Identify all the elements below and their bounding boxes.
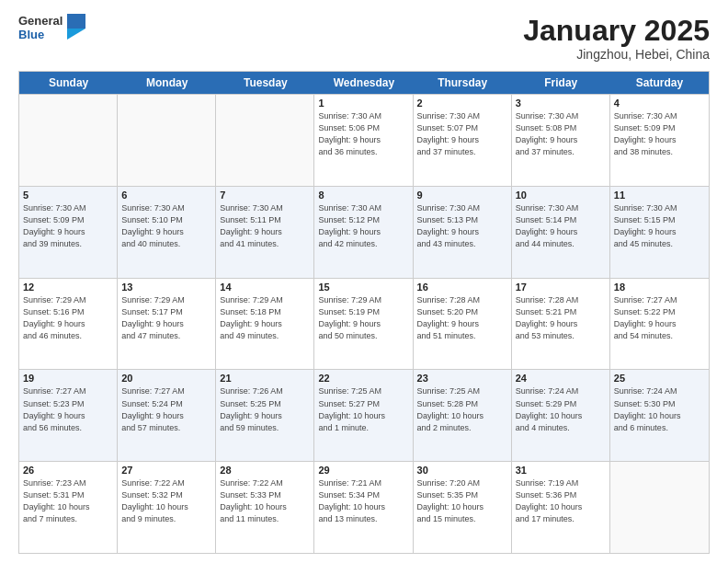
day-number: 11 xyxy=(614,190,705,201)
day-number: 13 xyxy=(121,282,211,293)
day-info: Sunrise: 7:27 AM Sunset: 5:23 PM Dayligh… xyxy=(23,385,113,433)
header-sunday: Sunday xyxy=(19,72,118,94)
day-info: Sunrise: 7:20 AM Sunset: 5:35 PM Dayligh… xyxy=(417,477,507,525)
day-info: Sunrise: 7:26 AM Sunset: 5:25 PM Dayligh… xyxy=(220,385,310,433)
cal-cell-2-3: 15Sunrise: 7:29 AM Sunset: 5:19 PM Dayli… xyxy=(314,279,413,370)
cal-cell-3-4: 23Sunrise: 7:25 AM Sunset: 5:28 PM Dayli… xyxy=(414,370,512,461)
cal-cell-0-5: 3Sunrise: 7:30 AM Sunset: 5:08 PM Daylig… xyxy=(512,95,610,186)
day-info: Sunrise: 7:30 AM Sunset: 5:14 PM Dayligh… xyxy=(516,202,606,250)
cal-cell-3-2: 21Sunrise: 7:26 AM Sunset: 5:25 PM Dayli… xyxy=(216,370,314,461)
cal-cell-1-6: 11Sunrise: 7:30 AM Sunset: 5:15 PM Dayli… xyxy=(610,187,709,278)
cal-cell-4-2: 28Sunrise: 7:22 AM Sunset: 5:33 PM Dayli… xyxy=(216,462,314,553)
day-info: Sunrise: 7:25 AM Sunset: 5:28 PM Dayligh… xyxy=(417,385,507,433)
day-info: Sunrise: 7:29 AM Sunset: 5:18 PM Dayligh… xyxy=(220,294,310,342)
day-number: 18 xyxy=(614,282,705,293)
logo-flag-icon xyxy=(65,14,85,40)
day-number: 23 xyxy=(417,373,507,384)
day-number: 4 xyxy=(614,98,705,109)
day-info: Sunrise: 7:30 AM Sunset: 5:08 PM Dayligh… xyxy=(516,110,606,158)
day-number: 21 xyxy=(220,373,310,384)
day-number: 29 xyxy=(318,465,408,476)
day-number: 20 xyxy=(121,373,211,384)
day-info: Sunrise: 7:29 AM Sunset: 5:16 PM Dayligh… xyxy=(23,294,113,342)
day-number: 27 xyxy=(121,465,211,476)
cal-cell-2-5: 17Sunrise: 7:28 AM Sunset: 5:21 PM Dayli… xyxy=(512,279,610,370)
cal-cell-4-3: 29Sunrise: 7:21 AM Sunset: 5:34 PM Dayli… xyxy=(314,462,413,553)
logo-blue: Blue xyxy=(18,29,63,42)
calendar-row-5: 26Sunrise: 7:23 AM Sunset: 5:31 PM Dayli… xyxy=(19,461,709,553)
day-info: Sunrise: 7:29 AM Sunset: 5:19 PM Dayligh… xyxy=(318,294,408,342)
day-number: 24 xyxy=(516,373,606,384)
calendar-row-2: 5Sunrise: 7:30 AM Sunset: 5:09 PM Daylig… xyxy=(19,186,709,278)
day-info: Sunrise: 7:22 AM Sunset: 5:32 PM Dayligh… xyxy=(121,477,211,525)
day-number: 17 xyxy=(516,282,606,293)
day-number: 9 xyxy=(417,190,507,201)
cal-cell-3-3: 22Sunrise: 7:25 AM Sunset: 5:27 PM Dayli… xyxy=(314,370,413,461)
month-year-title: January 2025 xyxy=(523,15,710,47)
day-number: 30 xyxy=(417,465,507,476)
title-block: January 2025 Jingzhou, Hebei, China xyxy=(523,15,710,62)
svg-marker-1 xyxy=(67,29,85,40)
cal-cell-0-2 xyxy=(216,95,314,186)
cal-cell-0-1 xyxy=(118,95,216,186)
header-monday: Monday xyxy=(118,72,216,94)
day-info: Sunrise: 7:30 AM Sunset: 5:15 PM Dayligh… xyxy=(614,202,705,250)
day-info: Sunrise: 7:30 AM Sunset: 5:06 PM Dayligh… xyxy=(318,110,408,158)
cal-cell-3-1: 20Sunrise: 7:27 AM Sunset: 5:24 PM Dayli… xyxy=(118,370,216,461)
day-number: 7 xyxy=(220,190,310,201)
day-info: Sunrise: 7:30 AM Sunset: 5:11 PM Dayligh… xyxy=(220,202,310,250)
logo-general: General xyxy=(18,15,63,29)
day-info: Sunrise: 7:30 AM Sunset: 5:13 PM Dayligh… xyxy=(417,202,507,250)
cal-cell-2-1: 13Sunrise: 7:29 AM Sunset: 5:17 PM Dayli… xyxy=(118,279,216,370)
cal-cell-1-5: 10Sunrise: 7:30 AM Sunset: 5:14 PM Dayli… xyxy=(512,187,610,278)
day-number: 16 xyxy=(417,282,507,293)
logo: General Blue xyxy=(18,15,85,42)
day-info: Sunrise: 7:27 AM Sunset: 5:22 PM Dayligh… xyxy=(614,294,705,342)
day-number: 26 xyxy=(23,465,113,476)
cal-cell-2-4: 16Sunrise: 7:28 AM Sunset: 5:20 PM Dayli… xyxy=(414,279,512,370)
cal-cell-4-0: 26Sunrise: 7:23 AM Sunset: 5:31 PM Dayli… xyxy=(19,462,118,553)
header: General Blue January 2025 Jingzhou, Hebe… xyxy=(18,15,710,62)
header-wednesday: Wednesday xyxy=(314,72,413,94)
day-number: 14 xyxy=(220,282,310,293)
cal-cell-3-5: 24Sunrise: 7:24 AM Sunset: 5:29 PM Dayli… xyxy=(512,370,610,461)
cal-cell-1-1: 6Sunrise: 7:30 AM Sunset: 5:10 PM Daylig… xyxy=(118,187,216,278)
day-info: Sunrise: 7:30 AM Sunset: 5:09 PM Dayligh… xyxy=(23,202,113,250)
day-info: Sunrise: 7:21 AM Sunset: 5:34 PM Dayligh… xyxy=(318,477,408,525)
day-info: Sunrise: 7:27 AM Sunset: 5:24 PM Dayligh… xyxy=(121,385,211,433)
day-number: 19 xyxy=(23,373,113,384)
day-number: 28 xyxy=(220,465,310,476)
day-number: 12 xyxy=(23,282,113,293)
calendar-row-4: 19Sunrise: 7:27 AM Sunset: 5:23 PM Dayli… xyxy=(19,369,709,461)
cal-cell-3-6: 25Sunrise: 7:24 AM Sunset: 5:30 PM Dayli… xyxy=(610,370,709,461)
day-info: Sunrise: 7:24 AM Sunset: 5:30 PM Dayligh… xyxy=(614,385,705,433)
cal-cell-0-3: 1Sunrise: 7:30 AM Sunset: 5:06 PM Daylig… xyxy=(314,95,413,186)
day-info: Sunrise: 7:24 AM Sunset: 5:29 PM Dayligh… xyxy=(516,385,606,433)
cal-cell-4-6 xyxy=(610,462,709,553)
calendar-row-3: 12Sunrise: 7:29 AM Sunset: 5:16 PM Dayli… xyxy=(19,278,709,370)
cal-cell-2-0: 12Sunrise: 7:29 AM Sunset: 5:16 PM Dayli… xyxy=(19,279,118,370)
day-info: Sunrise: 7:28 AM Sunset: 5:21 PM Dayligh… xyxy=(516,294,606,342)
cal-cell-4-4: 30Sunrise: 7:20 AM Sunset: 5:35 PM Dayli… xyxy=(414,462,512,553)
day-info: Sunrise: 7:29 AM Sunset: 5:17 PM Dayligh… xyxy=(121,294,211,342)
header-saturday: Saturday xyxy=(610,72,709,94)
calendar-header: Sunday Monday Tuesday Wednesday Thursday… xyxy=(19,72,709,94)
day-info: Sunrise: 7:22 AM Sunset: 5:33 PM Dayligh… xyxy=(220,477,310,525)
cal-cell-1-2: 7Sunrise: 7:30 AM Sunset: 5:11 PM Daylig… xyxy=(216,187,314,278)
calendar-body: 1Sunrise: 7:30 AM Sunset: 5:06 PM Daylig… xyxy=(19,94,709,553)
day-number: 8 xyxy=(318,190,408,201)
svg-marker-0 xyxy=(67,14,85,29)
cal-cell-1-3: 8Sunrise: 7:30 AM Sunset: 5:12 PM Daylig… xyxy=(314,187,413,278)
cal-cell-3-0: 19Sunrise: 7:27 AM Sunset: 5:23 PM Dayli… xyxy=(19,370,118,461)
cal-cell-0-0 xyxy=(19,95,118,186)
header-friday: Friday xyxy=(512,72,610,94)
page: General Blue January 2025 Jingzhou, Hebe… xyxy=(0,0,728,563)
cal-cell-4-5: 31Sunrise: 7:19 AM Sunset: 5:36 PM Dayli… xyxy=(512,462,610,553)
day-info: Sunrise: 7:19 AM Sunset: 5:36 PM Dayligh… xyxy=(516,477,606,525)
day-number: 2 xyxy=(417,98,507,109)
day-number: 25 xyxy=(614,373,705,384)
calendar: Sunday Monday Tuesday Wednesday Thursday… xyxy=(18,71,710,554)
day-number: 3 xyxy=(516,98,606,109)
day-number: 15 xyxy=(318,282,408,293)
cal-cell-1-0: 5Sunrise: 7:30 AM Sunset: 5:09 PM Daylig… xyxy=(19,187,118,278)
